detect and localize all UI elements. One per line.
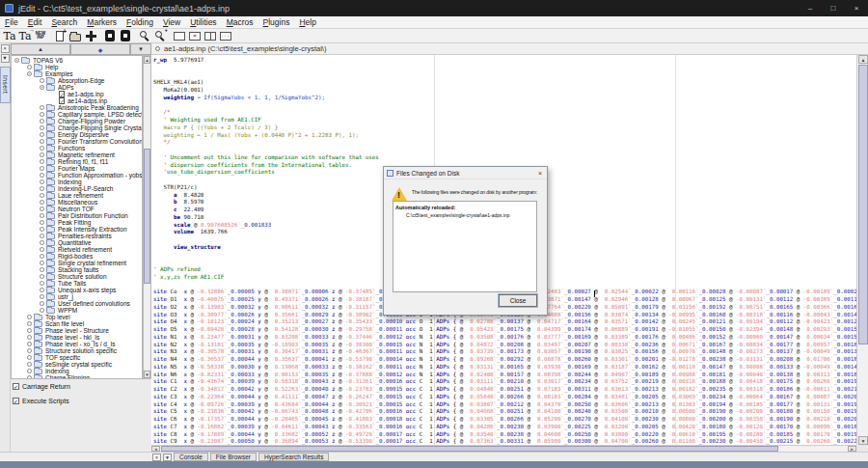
tree-item-unequal-x-axis-steps[interactable]: Unequal x-axis steps xyxy=(12,287,142,293)
close-frame-icon[interactable]: × xyxy=(188,29,202,42)
tree-item-function-approximation-yobs-eqn[interactable]: Function Approximation - yobs_eqn xyxy=(12,172,142,179)
buffer-bar[interactable]: ae1-adps.inp (C:\ct5\test_examples\singl… xyxy=(151,43,868,55)
tree-item-topas-v6[interactable]: TOPAS V6 xyxy=(12,57,142,64)
dock-tab-file-browser[interactable]: File Browser xyxy=(210,453,257,461)
ta-arrow-icon[interactable]: Ta→ xyxy=(18,29,32,42)
tree-handle-icon[interactable] xyxy=(27,328,32,333)
reload-icon[interactable] xyxy=(84,29,97,42)
tree-item-ustr-j[interactable]: ustr_j xyxy=(12,293,142,300)
tree-item-pair-distribution-function[interactable]: Pair Distribution Function xyxy=(12,212,142,219)
tree-handle-icon[interactable] xyxy=(40,112,44,117)
checkbox-icon[interactable]: ✓ xyxy=(13,398,19,404)
tree-handle-icon[interactable] xyxy=(40,247,44,252)
tree-item-stacking-faults[interactable]: Stacking faults xyxy=(12,266,142,273)
tree-item-tof-specific[interactable]: TOF specific xyxy=(12,354,142,361)
tree-handle-icon[interactable] xyxy=(40,301,44,306)
tree-scroll-thumb[interactable] xyxy=(144,149,150,284)
tree-item-ae14-adps-inp[interactable]: ✓ae14-adps.inp xyxy=(12,97,142,104)
tree-item-indexing-lp-search[interactable]: Indexing-LP-Search xyxy=(12,185,142,192)
tree-handle-icon[interactable] xyxy=(40,78,44,83)
menu-plugins[interactable]: Plugins xyxy=(258,17,295,27)
tree-item-charge-flipping-powder[interactable]: Charge-Flipping Powder xyxy=(12,118,142,124)
menu-file[interactable]: File xyxy=(0,17,23,27)
tree-item-help[interactable]: Help xyxy=(12,64,142,70)
tree-item-structure-solution[interactable]: Structure solution xyxy=(12,273,142,280)
bottom-dock-close-icon[interactable]: × xyxy=(152,454,161,461)
tree-item-peak-intensity-extraction[interactable]: Peak Intensity Extraction xyxy=(12,226,142,233)
tree-item-neutron-tof[interactable]: Neutron TOF xyxy=(12,206,142,212)
tree-handle-icon[interactable] xyxy=(40,294,44,299)
tree-handle-icon[interactable] xyxy=(27,71,32,76)
editor-horizontal-scrollbar[interactable]: ◄ ► xyxy=(151,445,856,452)
tree-item-absorption-edge[interactable]: Absorption-Edge xyxy=(12,77,142,84)
bottom-dock-menu-icon[interactable]: ▼ xyxy=(163,454,172,461)
tree-handle-icon[interactable] xyxy=(40,227,44,232)
maximize-button[interactable]: □ xyxy=(822,0,845,16)
tree-item-tube-tails[interactable]: Tube Tails xyxy=(12,280,142,287)
dock-tab-console[interactable]: Console xyxy=(174,453,208,461)
tree-handle-icon[interactable] xyxy=(40,152,44,157)
tree-handle-icon[interactable] xyxy=(40,281,44,286)
tree-handle-icon[interactable] xyxy=(40,240,44,245)
tree-item-adps[interactable]: ADPs xyxy=(12,84,142,91)
tree-handle-icon[interactable] xyxy=(40,267,44,272)
dialog-close-icon[interactable]: × xyxy=(533,170,547,177)
tree-item-quantitative[interactable]: Quantitative xyxy=(12,239,142,246)
tree-item-laue-refinement[interactable]: Laue refinement xyxy=(12,192,142,199)
tree-handle-icon[interactable] xyxy=(27,348,32,353)
tree-handle-icon[interactable] xyxy=(40,139,44,144)
tree-handle-icon[interactable] xyxy=(40,213,44,218)
menu-folding[interactable]: Folding xyxy=(122,17,158,27)
tree-scrollbar[interactable]: ▲ ▼ xyxy=(143,55,151,379)
checkbox-icon[interactable]: ✓ xyxy=(13,383,19,390)
tree-handle-icon[interactable] xyxy=(40,274,44,279)
tree-item-phase-level-xo-is-d-is[interactable]: Phase level - xo_Is / d_Is xyxy=(12,341,142,347)
tree-item-rigid-bodies[interactable]: Rigid-bodies xyxy=(12,253,142,260)
tree-handle-icon[interactable] xyxy=(40,206,44,211)
tree-handle-icon[interactable] xyxy=(27,65,32,69)
tree-item-peak-fitting[interactable]: Peak Fitting xyxy=(12,219,142,226)
tree-item-sesingle-crystal-specific[interactable]: seSingle crystal specific xyxy=(12,361,142,368)
tree-item-ae1-adps-inp[interactable]: ✓ae1-adps.inp xyxy=(12,91,142,97)
tree-item-rietveld-refinement[interactable]: Rietveld refinement xyxy=(12,246,142,253)
dark-square-icon-1[interactable] xyxy=(103,29,117,42)
tree-item-indexing[interactable]: Indexing xyxy=(12,179,142,185)
tree-item-scan-file-level[interactable]: Scan file level xyxy=(12,320,142,327)
tree-handle-icon[interactable] xyxy=(27,342,32,346)
tree-handle-icon[interactable] xyxy=(27,315,32,319)
search-icon[interactable] xyxy=(138,29,151,42)
tree-item-single-crystal-refinement[interactable]: Single crystal refinement xyxy=(12,260,142,266)
tree-scroll-up-icon[interactable]: ▲ xyxy=(144,56,150,64)
tree-handle-icon[interactable] xyxy=(40,186,44,191)
tree-handle-icon[interactable] xyxy=(40,288,44,292)
tree-handle-icon[interactable] xyxy=(40,105,44,110)
new-file-icon[interactable]: + xyxy=(53,29,67,42)
tree-handle-icon[interactable] xyxy=(27,375,32,379)
tree-handle-icon[interactable] xyxy=(40,308,44,313)
menu-help[interactable]: Help xyxy=(294,17,320,27)
editor-vertical-scrollbar[interactable]: ▲ ▼ xyxy=(856,55,868,445)
tree-item-fourier-maps[interactable]: Fourier Maps xyxy=(12,165,142,172)
frame-icon[interactable] xyxy=(173,29,186,42)
tree-handle-icon[interactable] xyxy=(40,146,44,151)
tree-handle-icon[interactable] xyxy=(40,119,44,124)
menu-utilities[interactable]: Utilities xyxy=(185,17,221,27)
tree-handle-icon[interactable] xyxy=(40,179,44,184)
tree-handle-icon[interactable] xyxy=(40,261,44,265)
tree-handle-icon[interactable] xyxy=(40,193,44,198)
tree-item-functions[interactable]: Functions xyxy=(12,145,142,151)
tree-item-refining-f0-f1-f11[interactable]: Refining f0, f1, f11 xyxy=(12,158,142,165)
scroll-up-icon[interactable]: ▲ xyxy=(858,55,868,64)
tree-handle-icon[interactable] xyxy=(40,254,44,259)
hypersearch-icon[interactable]: + xyxy=(153,29,167,42)
scroll-down-icon[interactable]: ▼ xyxy=(858,436,868,445)
dock-close-icon[interactable]: × xyxy=(1,44,10,53)
tree-item-indexing[interactable]: Indexing xyxy=(12,368,142,374)
tree-handle-icon[interactable] xyxy=(27,369,32,373)
tree-item-fourier-transform-convolution[interactable]: Fourier Transform Convolution xyxy=(12,138,142,145)
tree-handle-icon[interactable] xyxy=(27,335,32,340)
new-inp-icon[interactable]: NEWINP xyxy=(34,29,47,42)
minimize-button[interactable]: – xyxy=(799,0,822,16)
tree-item-phase-level-hkl-is[interactable]: Phase level - hkl_Is xyxy=(12,334,142,341)
tree-handle-icon[interactable] xyxy=(40,166,44,171)
